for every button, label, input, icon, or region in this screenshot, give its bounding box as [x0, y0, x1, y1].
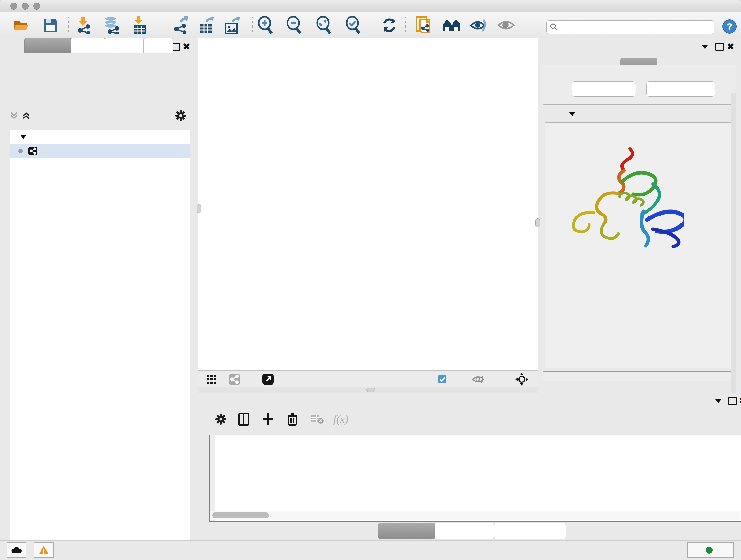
network-view-string-icon[interactable]: [229, 374, 240, 386]
export-table-icon: [198, 16, 215, 35]
network-options-gear-icon[interactable]: [175, 110, 186, 121]
hide-selected-button[interactable]: [469, 12, 488, 38]
network-view-panel: [199, 38, 538, 393]
zoom-in-icon: [257, 16, 275, 35]
tab-network-table[interactable]: [494, 523, 566, 539]
import-network-icon: [75, 16, 92, 34]
vertical-splitter-handle[interactable]: [536, 219, 540, 227]
tab-node-table[interactable]: [378, 523, 435, 539]
tab-sets[interactable]: [143, 38, 173, 53]
help-button[interactable]: ?: [722, 19, 737, 36]
birds-eye-toggle-button[interactable]: [442, 12, 461, 38]
cloud-status-button[interactable]: [7, 543, 26, 558]
memory-button[interactable]: [687, 543, 734, 558]
search-input[interactable]: [561, 22, 711, 32]
search-icon: [550, 23, 558, 31]
zoom-selected-button[interactable]: [344, 12, 363, 38]
delete-table-icon-disabled: [308, 410, 326, 428]
protein-structure-image: [563, 143, 684, 258]
selected-checkbox-icon[interactable]: [438, 375, 447, 385]
export-image-button[interactable]: [223, 12, 242, 38]
string-results-container: [542, 65, 736, 381]
collapse-all-button[interactable]: [646, 81, 715, 97]
zoom-in-button[interactable]: [256, 12, 275, 38]
toolbar-separator: [510, 373, 510, 385]
vertical-splitter-handle[interactable]: [197, 204, 201, 213]
add-column-icon[interactable]: [259, 410, 277, 428]
detach-view-icon[interactable]: [262, 374, 274, 386]
cloud-icon: [11, 546, 22, 554]
toolbar-separator: [405, 16, 406, 35]
svg-text:?: ?: [727, 21, 732, 32]
delete-column-icon[interactable]: [283, 410, 301, 428]
results-panel: ✖: [538, 38, 741, 393]
table-row-header-strip: [210, 435, 215, 521]
tab-edge-table[interactable]: [434, 523, 495, 539]
open-session-button[interactable]: [12, 12, 31, 38]
gene-details: [545, 122, 731, 368]
grid-view-icon[interactable]: [207, 374, 216, 385]
houses-icon: [442, 18, 461, 33]
window-minimize-icon[interactable]: [22, 3, 29, 10]
function-builder-icon-disabled: f(x): [332, 410, 350, 428]
toolbar-separator: [251, 373, 252, 385]
tab-style[interactable]: [71, 38, 105, 53]
tab-network[interactable]: [24, 38, 71, 53]
memory-status-dot-icon: [705, 547, 713, 554]
window-close-icon[interactable]: [10, 3, 17, 10]
eye-icon: [497, 18, 515, 32]
save-session-button[interactable]: [41, 12, 60, 38]
current-network-dot-icon: [18, 149, 23, 153]
zoom-fit-icon: [315, 16, 333, 35]
results-scrollbar[interactable]: [731, 92, 736, 408]
table-horizontal-scrollbar[interactable]: [210, 510, 740, 520]
zoom-out-icon: [286, 16, 304, 35]
refresh-icon: [381, 17, 398, 34]
collection-expand-icon[interactable]: [20, 135, 26, 139]
zoom-out-button[interactable]: [285, 12, 304, 38]
hidden-eye-icon[interactable]: [472, 375, 484, 385]
network-collection-row[interactable]: [10, 130, 190, 144]
import-network-file-button[interactable]: [74, 12, 93, 38]
maximize-panel-icon[interactable]: [716, 43, 724, 51]
show-all-button[interactable]: [496, 12, 516, 38]
refresh-view-button[interactable]: [380, 12, 399, 38]
gene-section: [543, 106, 734, 372]
string-network-icon: [28, 146, 37, 155]
horizontal-splitter-handle[interactable]: [366, 388, 375, 392]
show-columns-icon[interactable]: [235, 410, 253, 428]
network-row[interactable]: [10, 144, 190, 158]
maximize-panel-icon[interactable]: [728, 397, 737, 405]
window-zoom-icon[interactable]: [33, 3, 40, 10]
export-network-icon: [172, 16, 189, 34]
export-image-icon: [224, 16, 241, 35]
zoom-fit-button[interactable]: [315, 12, 334, 38]
gene-collapse-icon[interactable]: [568, 111, 576, 118]
close-panel-icon[interactable]: ✖: [727, 42, 734, 52]
float-panel-icon[interactable]: [715, 399, 722, 405]
scrollbar-thumb[interactable]: [212, 512, 269, 518]
duplicate-network-button[interactable]: [414, 12, 433, 38]
float-panel-icon[interactable]: [701, 45, 709, 51]
expand-all-networks-icon[interactable]: [22, 111, 30, 121]
network-canvas[interactable]: [199, 38, 538, 370]
table-options-gear-icon[interactable]: [212, 410, 230, 428]
warning-status-button[interactable]: [34, 543, 54, 558]
network-view-toolbar: [199, 370, 538, 387]
tab-select[interactable]: [105, 38, 144, 53]
expand-all-button[interactable]: [571, 81, 636, 97]
collapse-all-networks-icon[interactable]: [10, 111, 18, 121]
eye-slash-icon: [469, 18, 488, 33]
export-table-button[interactable]: [197, 12, 216, 38]
application-window: ? ✖: [0, 0, 741, 560]
export-network-button[interactable]: [171, 12, 190, 38]
close-panel-icon[interactable]: ✖: [183, 42, 190, 52]
status-bar: [0, 540, 741, 560]
import-table-button[interactable]: [130, 12, 149, 38]
toolbar-separator: [469, 373, 469, 385]
import-network-database-button[interactable]: [102, 12, 121, 38]
search-bar[interactable]: [546, 20, 714, 34]
fit-content-crosshair-icon[interactable]: [515, 373, 529, 387]
close-panel-icon[interactable]: ✖: [739, 395, 741, 406]
toolbar-separator: [252, 16, 253, 35]
